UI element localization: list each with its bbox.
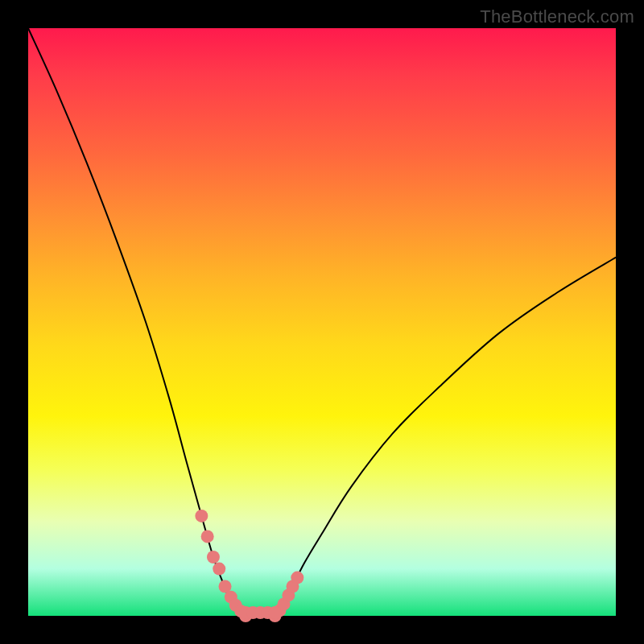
highlight-dot <box>201 530 214 543</box>
curve-right <box>275 258 616 616</box>
highlight-dot <box>195 510 208 522</box>
chart-svg <box>28 28 616 616</box>
highlight-dots-floor <box>239 606 282 619</box>
highlight-dot <box>207 551 220 564</box>
curve-left <box>28 28 246 616</box>
highlight-dot <box>213 563 225 576</box>
watermark-text: TheBottleneck.com <box>480 6 634 27</box>
highlight-dot <box>269 606 282 619</box>
chart-frame: TheBottleneck.com <box>0 0 644 644</box>
plot-area <box>28 28 616 616</box>
highlight-dot <box>291 572 303 584</box>
